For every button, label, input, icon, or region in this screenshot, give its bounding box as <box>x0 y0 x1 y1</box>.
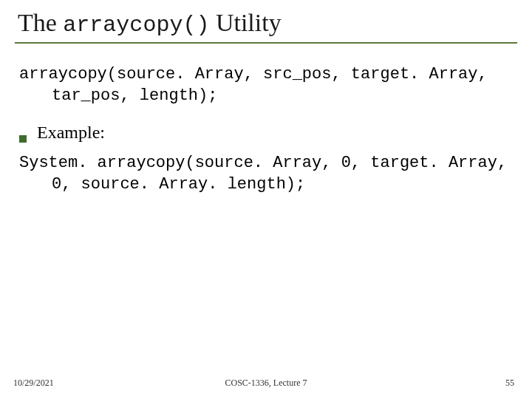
title-suffix: Utility <box>209 9 281 36</box>
signature-block: arraycopy(source. Array, src_pos, target… <box>19 64 510 106</box>
footer-course: COSC-1336, Lecture 7 <box>225 378 307 389</box>
bullet-label: Example: <box>37 123 105 143</box>
title-prefix: The <box>18 9 63 36</box>
title-code: arraycopy() <box>63 13 209 38</box>
signature-line2: tar_pos, length); <box>19 86 510 107</box>
title-underline: The arraycopy() Utility <box>15 9 517 44</box>
slide-body: arraycopy(source. Array, src_pos, target… <box>15 64 517 195</box>
slide-title: The arraycopy() Utility <box>18 9 517 38</box>
example-block: System. arraycopy(source. Array, 0, targ… <box>19 153 510 195</box>
signature-line1: arraycopy(source. Array, src_pos, target… <box>19 65 488 83</box>
bullet-icon <box>19 135 27 143</box>
bullet-row: Example: <box>19 123 510 143</box>
example-line2: 0, source. Array. length); <box>19 174 510 196</box>
slide-container: The arraycopy() Utility arraycopy(source… <box>0 0 532 399</box>
example-line1: System. arraycopy(source. Array, 0, targ… <box>19 154 507 172</box>
footer-date: 10/29/2021 <box>13 378 54 389</box>
footer-page: 55 <box>505 378 514 389</box>
